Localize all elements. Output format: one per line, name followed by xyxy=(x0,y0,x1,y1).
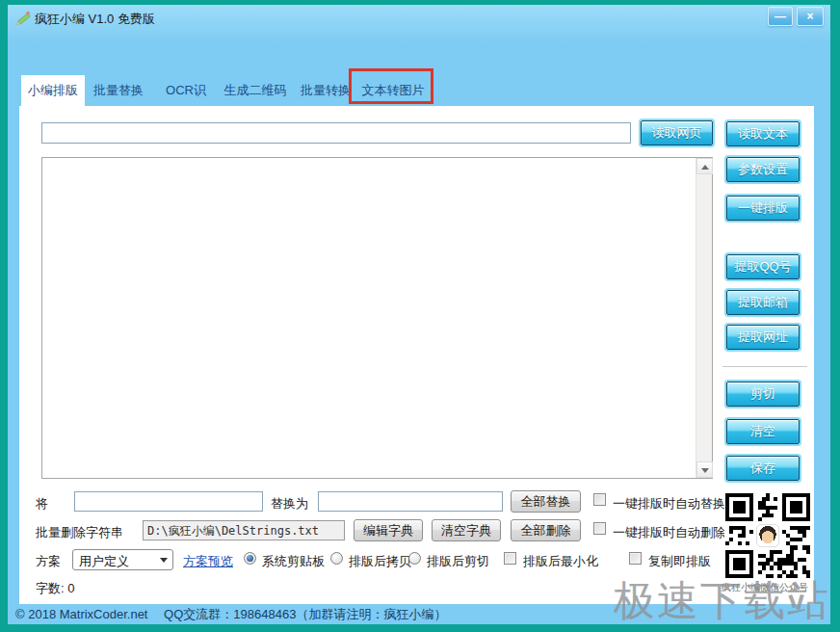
replace-to-label: 替换为 xyxy=(271,495,308,513)
word-count-value: 0 xyxy=(67,581,74,595)
app-window: 疯狂小编 V1.0 免费版 — × 小编排版 批量替换 OCR识别 生成二维码 … xyxy=(0,0,840,632)
cut-after-radio[interactable] xyxy=(408,552,421,565)
read-text-button[interactable]: 读取文本 xyxy=(726,121,800,146)
edit-dict-button[interactable]: 编辑字典 xyxy=(354,519,423,541)
scheme-label: 方案 xyxy=(36,553,61,570)
scheme-select[interactable]: 用户定义 xyxy=(72,549,173,570)
editor-scrollbar[interactable] xyxy=(696,158,712,478)
replace-all-button[interactable]: 全部替换 xyxy=(511,490,581,513)
copy-after-radio[interactable] xyxy=(330,552,343,565)
window-title: 疯狂小编 V1.0 免费版 xyxy=(35,11,155,28)
read-webpage-button[interactable]: 读取网页 xyxy=(641,120,713,145)
qr-code-image xyxy=(724,493,811,578)
replace-to-input[interactable] xyxy=(318,491,503,512)
dict-path-field[interactable]: D:\疯狂小编\DelStrings.txt xyxy=(143,520,345,540)
tab-qrcode-gen[interactable]: 生成二维码 xyxy=(223,75,288,106)
url-input[interactable] xyxy=(41,122,631,144)
extract-url-button[interactable]: 提取网址 xyxy=(726,325,800,350)
scheme-preview-link[interactable]: 方案预览 xyxy=(183,553,233,570)
clipboard-radio[interactable] xyxy=(244,552,256,565)
minimize-after-checkbox[interactable] xyxy=(504,552,516,565)
minimize-button[interactable]: — xyxy=(768,7,793,26)
site-watermark: 极速下载站 xyxy=(614,573,830,629)
save-button[interactable]: 保存 xyxy=(726,456,800,481)
auto-delete-label: 一键排版时自动删除 xyxy=(613,524,725,541)
tab-editor-format[interactable]: 小编排版 xyxy=(21,75,85,106)
replace-from-input[interactable] xyxy=(74,491,263,512)
replace-from-label: 将 xyxy=(36,495,48,513)
qr-code xyxy=(724,493,811,578)
settings-button[interactable]: 参数设置 xyxy=(726,157,800,182)
batch-delete-label: 批量删除字符串 xyxy=(36,524,123,541)
clipboard-radio-label: 系统剪贴板 xyxy=(262,553,325,570)
word-count-label: 字数: xyxy=(36,581,65,595)
cut-after-radio-label: 排版后剪切 xyxy=(427,553,489,570)
side-divider xyxy=(722,366,807,367)
auto-replace-label: 一键排版时自动替换 xyxy=(613,495,725,513)
clear-dict-button[interactable]: 清空字典 xyxy=(432,519,501,541)
main-text-area[interactable] xyxy=(41,157,713,479)
one-key-format-button[interactable]: 一键排版 xyxy=(726,196,800,221)
cut-button[interactable]: 剪切 xyxy=(726,382,800,407)
tab-batch-replace[interactable]: 批量替换 xyxy=(92,75,145,106)
auto-replace-checkbox[interactable] xyxy=(593,493,606,506)
close-button[interactable]: × xyxy=(797,7,824,26)
auto-delete-checkbox[interactable] xyxy=(593,522,606,535)
tab-batch-convert[interactable]: 批量转换 xyxy=(299,75,353,106)
clear-button[interactable]: 清空 xyxy=(726,419,800,444)
copy-after-radio-label: 排版后拷贝 xyxy=(349,553,411,570)
status-bar-text: © 2018 MatrixCoder.net QQ交流群：198648463（加… xyxy=(15,606,446,623)
scroll-down-icon[interactable] xyxy=(696,461,713,478)
word-count: 字数: 0 xyxy=(36,580,74,597)
delete-all-button[interactable]: 全部删除 xyxy=(511,519,581,541)
red-highlight-box xyxy=(349,68,433,104)
scheme-selected-value: 用户定义 xyxy=(79,553,129,570)
chevron-down-icon xyxy=(160,558,168,563)
copy-format-checkbox[interactable] xyxy=(629,552,642,565)
tab-ocr[interactable]: OCR识别 xyxy=(162,75,210,106)
copy-format-label: 复制即排版 xyxy=(648,553,711,570)
pencil-app-icon xyxy=(14,10,32,27)
extract-mail-button[interactable]: 提取邮箱 xyxy=(726,290,800,315)
minimize-after-label: 排版后最小化 xyxy=(523,553,598,570)
scroll-up-icon[interactable] xyxy=(696,158,713,174)
extract-qq-button[interactable]: 提取QQ号 xyxy=(726,254,800,279)
